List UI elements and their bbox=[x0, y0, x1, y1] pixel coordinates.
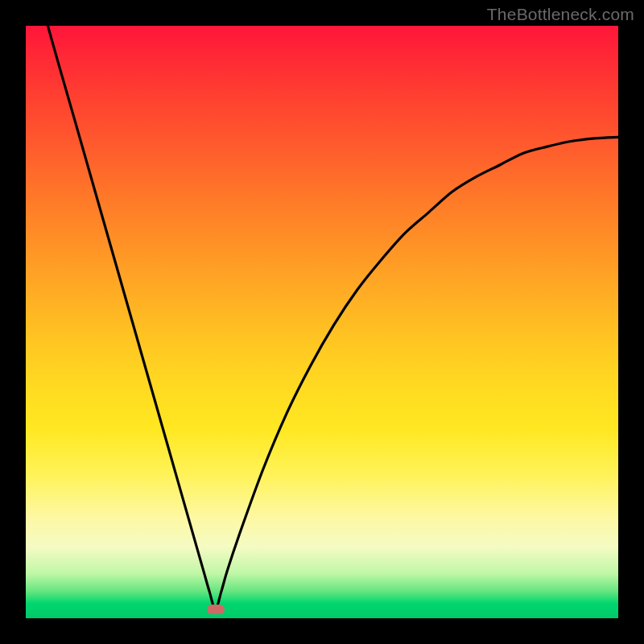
chart-frame: TheBottleneck.com bbox=[0, 0, 644, 644]
curve-svg bbox=[26, 26, 618, 618]
watermark-text: TheBottleneck.com bbox=[487, 5, 634, 24]
min-marker bbox=[207, 605, 225, 614]
plot-area bbox=[26, 26, 618, 618]
bottleneck-curve bbox=[26, 26, 618, 609]
